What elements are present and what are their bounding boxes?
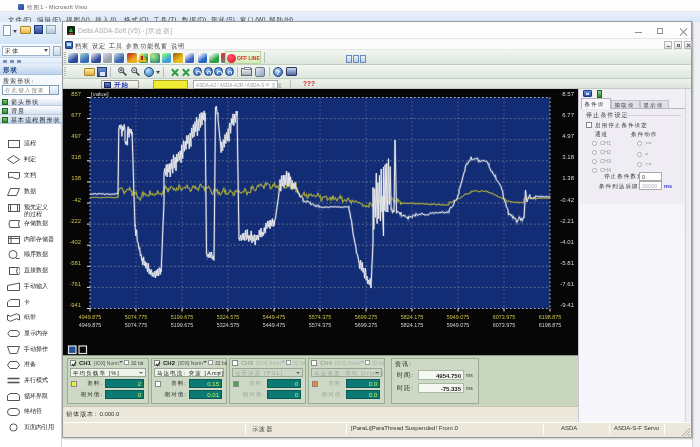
svg-text:5199.675: 5199.675	[171, 322, 193, 328]
svg-text:5449.475: 5449.475	[263, 314, 285, 320]
svg-text:8.57: 8.57	[562, 91, 574, 97]
svg-text:6073.975: 6073.975	[493, 314, 515, 320]
svg-text:5449.475: 5449.475	[263, 322, 285, 328]
svg-text:-9.41: -9.41	[560, 302, 574, 308]
svg-text:6073.975: 6073.975	[493, 322, 515, 328]
svg-text:5699.275: 5699.275	[355, 314, 377, 320]
svg-text:5824.175: 5824.175	[401, 314, 423, 320]
svg-text:5074.775: 5074.775	[125, 322, 147, 328]
svg-text:5699.275: 5699.275	[355, 322, 377, 328]
svg-text:-5.81: -5.81	[560, 260, 574, 266]
svg-text:6198.875: 6198.875	[539, 322, 561, 328]
svg-text:-7.61: -7.61	[560, 281, 574, 287]
svg-text:5324.575: 5324.575	[217, 322, 239, 328]
svg-text:6.77: 6.77	[562, 112, 574, 118]
svg-text:6198.875: 6198.875	[539, 314, 561, 320]
svg-text:497: 497	[71, 133, 81, 139]
svg-text:-402: -402	[69, 239, 81, 245]
svg-text:1.38: 1.38	[562, 175, 574, 181]
svg-text:4949.875: 4949.875	[79, 322, 101, 328]
svg-text:-222: -222	[69, 218, 81, 224]
svg-text:-941: -941	[69, 302, 81, 308]
svg-text:5574.375: 5574.375	[309, 314, 331, 320]
svg-text:-42: -42	[73, 197, 81, 203]
svg-text:-4.01: -4.01	[560, 239, 574, 245]
svg-text:5824.175: 5824.175	[401, 322, 423, 328]
svg-text:-761: -761	[69, 281, 81, 287]
svg-text:5949.075: 5949.075	[447, 322, 469, 328]
svg-text:5324.575: 5324.575	[217, 314, 239, 320]
svg-text:3.18: 3.18	[562, 154, 574, 160]
svg-text:4949.875: 4949.875	[79, 314, 101, 320]
svg-text:5199.675: 5199.675	[171, 314, 193, 320]
svg-text:5074.775: 5074.775	[125, 314, 147, 320]
svg-text:138: 138	[71, 175, 81, 181]
svg-text:5574.375: 5574.375	[309, 322, 331, 328]
svg-text:[value]: [value]	[91, 91, 109, 97]
svg-text:5949.075: 5949.075	[447, 314, 469, 320]
svg-text:4.97: 4.97	[562, 133, 574, 139]
svg-text:-581: -581	[69, 260, 81, 266]
svg-text:677: 677	[71, 112, 81, 118]
svg-text:-2.21: -2.21	[560, 218, 574, 224]
svg-text:-0.42: -0.42	[560, 197, 574, 203]
svg-text:318: 318	[71, 154, 81, 160]
svg-text:857: 857	[71, 91, 81, 97]
